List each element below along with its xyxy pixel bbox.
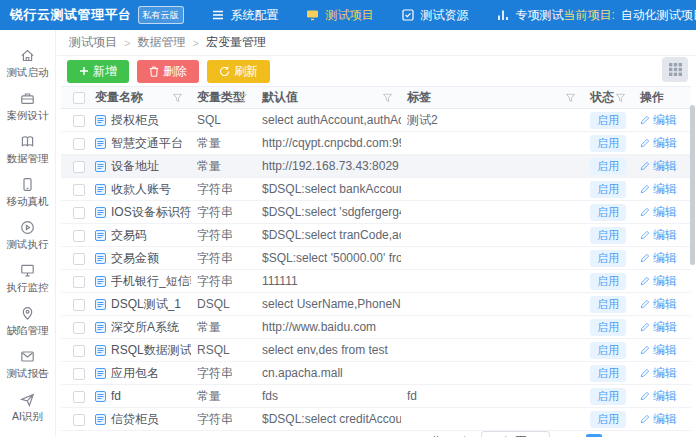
row-checkbox[interactable] — [73, 115, 85, 127]
scrollbar-thumb[interactable] — [690, 105, 695, 265]
edit-link[interactable]: 编辑 — [640, 411, 677, 428]
pencil-icon — [640, 207, 650, 217]
filter-icon[interactable] — [238, 93, 247, 102]
nav-item-special-test[interactable]: 专项测试 — [495, 7, 564, 24]
edit-link[interactable]: 编辑 — [640, 365, 677, 382]
breadcrumb-item-data-management[interactable]: 数据管理 — [137, 34, 185, 51]
variable-name: 收款人账号 — [111, 181, 171, 198]
edit-link[interactable]: 编辑 — [640, 296, 677, 313]
status-badge[interactable]: 启用 — [590, 158, 626, 175]
page-size-select[interactable]: 15条/页 ⌄ — [481, 431, 550, 437]
page-button-2[interactable]: 2 — [612, 434, 628, 437]
edit-link[interactable]: 编辑 — [640, 158, 677, 175]
variable-tag — [401, 155, 584, 178]
variable-doc-icon — [95, 299, 106, 310]
row-checkbox[interactable] — [73, 161, 85, 173]
row-checkbox[interactable] — [73, 322, 85, 334]
status-badge[interactable]: 启用 — [590, 204, 626, 221]
variable-name: 交易码 — [111, 227, 147, 244]
filter-icon[interactable] — [383, 93, 392, 102]
edit-link[interactable]: 编辑 — [640, 204, 677, 221]
status-badge[interactable]: 启用 — [590, 135, 626, 152]
row-checkbox[interactable] — [73, 184, 85, 196]
breadcrumb-item-test-project[interactable]: 测试项目 — [69, 34, 117, 51]
nav-item-system-config[interactable]: 系统配置 — [210, 7, 279, 24]
edit-link[interactable]: 编辑 — [640, 342, 677, 359]
toolbar: 新增 删除 刷新 — [57, 56, 696, 86]
edit-link[interactable]: 编辑 — [640, 227, 677, 244]
row-checkbox[interactable] — [73, 299, 85, 311]
variable-type: 常量 — [191, 385, 256, 408]
status-badge[interactable]: 启用 — [590, 181, 626, 198]
breadcrumb-separator: > — [124, 37, 130, 49]
status-badge[interactable]: 启用 — [590, 112, 626, 129]
edit-link[interactable]: 编辑 — [640, 250, 677, 267]
nav-item-test-resource[interactable]: 测试资源 — [400, 7, 469, 24]
row-checkbox[interactable] — [73, 207, 85, 219]
sidebar: 测试启动 案例设计 数据管理 移动真机 测试执行 执行监控 缺陷管理 测试报告 … — [0, 30, 56, 437]
status-badge[interactable]: 启用 — [590, 227, 626, 244]
nav-label: 专项测试 — [516, 7, 564, 24]
status-badge[interactable]: 启用 — [590, 250, 626, 267]
next-page-button[interactable]: › — [664, 434, 680, 437]
status-badge[interactable]: 启用 — [590, 365, 626, 382]
status-badge[interactable]: 启用 — [590, 411, 626, 428]
edit-link[interactable]: 编辑 — [640, 112, 677, 129]
edition-badge: 私有云版 — [138, 6, 184, 24]
status-badge[interactable]: 启用 — [590, 296, 626, 313]
edit-link[interactable]: 编辑 — [640, 319, 677, 336]
edit-link[interactable]: 编辑 — [640, 135, 677, 152]
filter-icon[interactable] — [616, 93, 625, 102]
variable-type: 常量 — [191, 155, 256, 178]
sidebar-item-mobile-device[interactable]: 移动真机 — [0, 171, 55, 214]
variable-doc-icon — [95, 276, 106, 287]
row-checkbox[interactable] — [73, 368, 85, 380]
variable-name: IOS设备标识符 — [111, 204, 191, 221]
status-badge[interactable]: 启用 — [590, 342, 626, 359]
table-row: 深交所A系统 常量 http://www.baidu.com 启用 编辑 — [61, 316, 691, 339]
current-project-value[interactable]: 自动化测试项目|TP-1904- — [621, 7, 696, 24]
variable-default: 111111 — [256, 270, 401, 293]
row-checkbox[interactable] — [73, 345, 85, 357]
sidebar-item-defect-management[interactable]: 缺陷管理 — [0, 300, 55, 343]
sidebar-item-execution-monitor[interactable]: 执行监控 — [0, 257, 55, 300]
row-checkbox[interactable] — [73, 276, 85, 288]
edit-link[interactable]: 编辑 — [640, 181, 677, 198]
row-checkbox[interactable] — [73, 414, 85, 426]
edit-link[interactable]: 编辑 — [640, 273, 677, 290]
variable-default: http://192.168.73.43:8029 — [256, 155, 401, 178]
sidebar-item-data-management[interactable]: 数据管理 — [0, 128, 55, 171]
filter-icon[interactable] — [566, 93, 575, 102]
status-badge[interactable]: 启用 — [590, 388, 626, 405]
delete-button[interactable]: 删除 — [137, 60, 199, 83]
page-button-1[interactable]: 1 — [586, 434, 602, 437]
breadcrumb: 测试项目 > 数据管理 > 宏变量管理 — [57, 30, 696, 56]
variable-doc-icon — [95, 391, 106, 402]
sidebar-item-test-execution[interactable]: 测试执行 — [0, 214, 55, 257]
select-all-checkbox[interactable] — [73, 92, 85, 104]
sidebar-item-ai-recognition[interactable]: AI识别 — [0, 386, 55, 429]
status-badge[interactable]: 启用 — [590, 273, 626, 290]
variable-name: 信贷柜员 — [111, 411, 159, 428]
refresh-button[interactable]: 刷新 — [207, 60, 270, 83]
page-button-3[interactable]: 3 — [638, 434, 654, 437]
column-settings-button[interactable] — [662, 57, 688, 82]
prev-page-button[interactable]: ‹ — [560, 434, 576, 437]
column-header-default: 默认值 — [262, 90, 298, 104]
edit-link[interactable]: 编辑 — [640, 388, 677, 405]
variable-name: RSQL数据测试 — [111, 342, 191, 359]
sidebar-item-case-design[interactable]: 案例设计 — [0, 85, 55, 128]
current-project-label: 当前项目: — [564, 7, 615, 24]
status-badge[interactable]: 启用 — [590, 319, 626, 336]
variable-default: cn.apacha.mall — [256, 362, 401, 385]
row-checkbox[interactable] — [73, 253, 85, 265]
row-checkbox[interactable] — [73, 391, 85, 403]
sidebar-item-test-launch[interactable]: 测试启动 — [0, 42, 55, 85]
sidebar-item-test-report[interactable]: 测试报告 — [0, 343, 55, 386]
row-checkbox[interactable] — [73, 138, 85, 150]
nav-item-test-project[interactable]: 测试项目 — [305, 7, 374, 24]
pencil-icon — [640, 299, 650, 309]
filter-icon[interactable] — [173, 93, 182, 102]
add-button[interactable]: 新增 — [67, 60, 129, 83]
row-checkbox[interactable] — [73, 230, 85, 242]
